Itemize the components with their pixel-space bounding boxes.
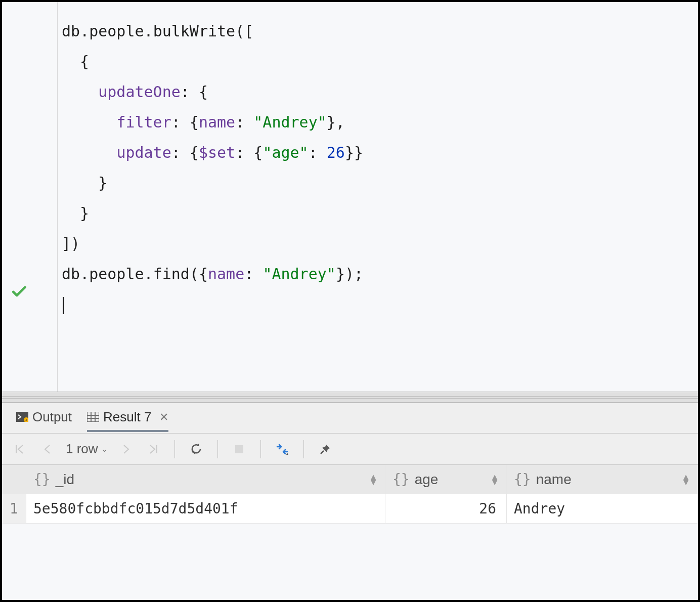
console-icon [16,412,27,423]
pin-button[interactable] [316,439,334,459]
check-icon [12,286,26,297]
last-page-button[interactable] [144,439,162,459]
code-line[interactable]: updateOne: { [62,77,698,107]
first-page-button[interactable] [11,439,29,459]
results-panel: Output Result 7 ✕ 1 row ⌄ [2,403,698,600]
row-header-corner [2,465,26,494]
code-line[interactable]: } [62,168,698,198]
toolbar-separator [217,440,218,458]
cell-name[interactable]: Andrey [507,494,698,524]
row-number: 1 [2,494,26,524]
stop-button[interactable] [230,439,248,459]
code-line[interactable]: } [62,198,698,229]
svg-line-10 [321,451,324,454]
code-line[interactable]: update: {$set: {"age": 26}} [62,138,698,168]
svg-rect-9 [235,445,243,453]
code-editor[interactable]: db.people.bulkWrite([ { updateOne: { fil… [58,2,698,392]
cell-id[interactable]: 5e580fcbbdfc015d7d5d401f [26,494,385,524]
row-count-dropdown[interactable]: 1 row ⌄ [66,441,108,457]
horizontal-resize-handle[interactable] [2,392,698,403]
toolbar-separator [260,440,261,458]
code-line[interactable]: ]) [62,229,698,259]
table-icon [87,412,98,423]
tab-output[interactable]: Output [16,409,72,432]
tab-output-label: Output [32,409,72,425]
panel-tabs: Output Result 7 ✕ [2,403,698,434]
toolbar-separator [174,440,175,458]
code-line[interactable]: db.people.bulkWrite([ [62,16,698,47]
result-table[interactable]: {} _id▲▼{} age▲▼{} name▲▼15e580fcbbdfc01… [2,465,698,524]
code-line[interactable]: filter: {name: "Andrey"}, [62,107,698,138]
code-line[interactable]: { [62,47,698,77]
editor-area: db.people.bulkWrite([ { updateOne: { fil… [2,2,698,392]
toolbar-separator [303,440,304,458]
tab-result-label: Result 7 [103,409,151,425]
next-page-button[interactable] [117,439,135,459]
close-icon[interactable]: ✕ [159,411,168,424]
editor-gutter [2,2,58,392]
refresh-button[interactable] [187,439,205,459]
chevron-down-icon: ⌄ [101,444,108,454]
column-header-name[interactable]: {} name▲▼ [507,465,698,494]
tab-result[interactable]: Result 7 ✕ [87,409,168,432]
ide-window: db.people.bulkWrite([ { updateOne: { fil… [0,0,700,602]
prev-page-button[interactable] [38,439,57,459]
panel-empty-space [2,524,698,600]
column-header-_id[interactable]: {} _id▲▼ [26,465,385,494]
row-count-label: 1 row [66,441,98,457]
compare-button[interactable] [273,439,291,459]
text-cursor [63,297,64,314]
code-line[interactable]: db.people.find({name: "Andrey"}); [62,259,698,289]
results-toolbar: 1 row ⌄ [2,434,698,465]
cell-age[interactable]: 26 [385,494,507,524]
svg-rect-2 [87,412,99,422]
column-header-age[interactable]: {} age▲▼ [385,465,507,494]
